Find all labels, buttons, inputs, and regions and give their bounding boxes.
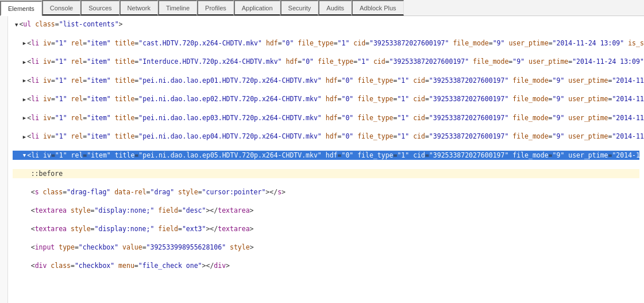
expand-arrow-li2[interactable] [23, 59, 26, 65]
expand-arrow-li3[interactable] [23, 78, 26, 83]
dom-line-li3[interactable]: <li iv="1" rel="item" title="pei.ni.dao.… [13, 76, 639, 86]
expand-arrow-li1[interactable] [23, 40, 26, 46]
dom-line-textarea1[interactable]: <textarea style="display:none;" field="d… [13, 206, 639, 215]
dom-line-div[interactable]: <div class="checkbox" menu="file_check o… [13, 261, 639, 270]
expand-arrow-li4[interactable] [23, 97, 26, 102]
tab-timeline[interactable]: Timeline [158, 0, 197, 16]
dom-line-input[interactable]: <input type="checkbox" value="3925339989… [13, 243, 639, 252]
tab-profiles[interactable]: Profiles [197, 0, 234, 16]
tab-audits[interactable]: Audits [318, 0, 352, 16]
dom-line-ul[interactable]: <ul class="list-contents"> [13, 20, 639, 29]
tab-application[interactable]: Application [234, 0, 280, 16]
tab-adblock[interactable]: Adblock Plus [352, 0, 404, 16]
dom-line-li2[interactable]: <li iv="1" rel="item" title="Interduce.H… [13, 57, 639, 67]
expand-arrow-ul[interactable] [15, 22, 18, 28]
tab-console[interactable]: Console [42, 0, 80, 16]
dom-line-s[interactable]: <s class="drag-flag" data-rel="drag" sty… [13, 187, 639, 197]
tab-elements[interactable]: Elements [0, 1, 42, 16]
dom-line-textarea2[interactable]: <textarea style="display:none;" field="e… [13, 224, 639, 233]
tab-network[interactable]: Network [119, 0, 158, 16]
dom-tree[interactable]: <ul class="list-contents"> <li iv="1" re… [8, 17, 644, 302]
left-sidebar [0, 16, 8, 303]
tab-sources[interactable]: Sources [80, 0, 119, 16]
expand-arrow-li5[interactable] [23, 115, 26, 121]
dom-line-li4[interactable]: <li iv="1" rel="item" title="pei.ni.dao.… [13, 94, 639, 104]
expand-arrow-li6[interactable] [23, 134, 26, 140]
dom-line-li1[interactable]: <li iv="1" rel="item" title="cast.HDTV.7… [13, 39, 639, 48]
tab-security[interactable]: Security [280, 0, 319, 16]
dom-line-li6[interactable]: <li iv="1" rel="item" title="pei.ni.dao.… [13, 132, 639, 141]
expand-arrow-li7[interactable] [23, 152, 26, 158]
dom-line-li5[interactable]: <li iv="1" rel="item" title="pei.ni.dao.… [13, 113, 639, 123]
devtools-tabs: Elements Console Sources Network Timelin… [0, 0, 644, 16]
dom-line-li7[interactable]: <li iv="1" rel="item" title="pei.ni.dao.… [13, 151, 639, 160]
dom-line-pseudo: ::before [13, 169, 639, 178]
devtools-content: <ul class="list-contents"> <li iv="1" re… [0, 16, 644, 303]
dom-panel[interactable]: <ul class="list-contents"> <li iv="1" re… [8, 16, 644, 303]
